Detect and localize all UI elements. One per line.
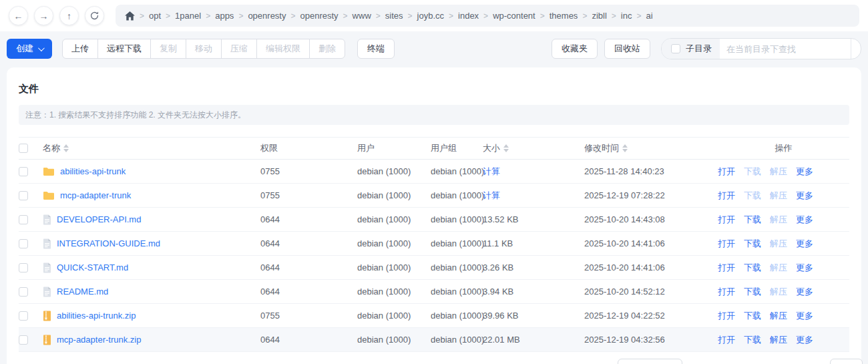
toolbar-group-button[interactable]: 远程下载 bbox=[97, 39, 151, 59]
breadcrumb-segment[interactable]: index bbox=[458, 11, 479, 21]
refresh-button[interactable] bbox=[85, 6, 104, 25]
op-download-link[interactable]: 下载 bbox=[744, 286, 761, 298]
breadcrumb-separator: > bbox=[343, 11, 348, 21]
file-name-link[interactable]: INTEGRATION-GUIDE.md bbox=[57, 238, 160, 248]
op-extract-link[interactable]: 解压 bbox=[770, 310, 787, 322]
back-button[interactable]: ← bbox=[9, 6, 28, 25]
breadcrumb-segment[interactable]: joyb.cc bbox=[417, 11, 444, 21]
op-download-link[interactable]: 下载 bbox=[744, 262, 761, 274]
group-cell: debian (1000) bbox=[431, 287, 483, 297]
breadcrumb-segment[interactable]: ai bbox=[646, 11, 652, 21]
search-input[interactable] bbox=[720, 39, 851, 59]
zip-icon bbox=[43, 311, 51, 321]
file-row: DEVELOPER-API.md0644debian (1000)debian … bbox=[19, 208, 849, 232]
size-calc-link[interactable]: 计算 bbox=[483, 190, 500, 200]
toolbar-group-button[interactable]: 上传 bbox=[62, 39, 98, 59]
row-checkbox[interactable] bbox=[19, 215, 28, 224]
op-more-link[interactable]: 更多 bbox=[796, 262, 813, 274]
page-button[interactable] bbox=[830, 359, 863, 364]
files-panel: 文件 注意：1. 搜索结果不支持排序功能 2. 文件夹无法按大小排序。 名称 权… bbox=[7, 67, 861, 364]
column-header-size[interactable]: 大小 bbox=[483, 142, 584, 154]
op-open-link[interactable]: 打开 bbox=[718, 334, 735, 346]
create-button[interactable]: 创建 bbox=[7, 39, 52, 59]
op-open-link[interactable]: 打开 bbox=[718, 238, 735, 250]
ops-cell: 打开下载解压更多 bbox=[718, 310, 849, 322]
breadcrumb-segment[interactable]: opt bbox=[149, 11, 161, 21]
row-checkbox[interactable] bbox=[19, 263, 28, 272]
op-open-link[interactable]: 打开 bbox=[718, 286, 735, 298]
sort-icon[interactable] bbox=[63, 144, 69, 152]
breadcrumb-segment[interactable]: openresty bbox=[248, 11, 286, 21]
breadcrumb-segment[interactable]: sites bbox=[385, 11, 403, 21]
op-more-link[interactable]: 更多 bbox=[796, 286, 813, 298]
op-more-link[interactable]: 更多 bbox=[796, 334, 813, 346]
op-more-link[interactable]: 更多 bbox=[796, 190, 813, 202]
row-checkbox[interactable] bbox=[19, 311, 28, 321]
op-download-link[interactable]: 下载 bbox=[744, 214, 761, 226]
row-checkbox[interactable] bbox=[19, 167, 28, 176]
op-download-link[interactable]: 下载 bbox=[744, 334, 761, 346]
size-calc-link[interactable]: 计算 bbox=[483, 166, 500, 176]
size-cell: 13.52 KB bbox=[483, 214, 584, 224]
column-header-mtime[interactable]: 修改时间 bbox=[584, 142, 718, 154]
user-cell: debian (1000) bbox=[357, 287, 431, 297]
file-name-link[interactable]: DEVELOPER-API.md bbox=[57, 214, 141, 224]
breadcrumb-segment[interactable]: zibll bbox=[592, 11, 606, 21]
breadcrumb-segment[interactable]: wp-content bbox=[493, 11, 535, 21]
op-open-link[interactable]: 打开 bbox=[718, 310, 735, 322]
forward-icon: → bbox=[39, 11, 49, 21]
sort-icon[interactable] bbox=[503, 144, 509, 152]
op-more-link[interactable]: 更多 bbox=[796, 166, 813, 178]
breadcrumb-segment[interactable]: 1panel bbox=[175, 11, 201, 21]
breadcrumb-segment[interactable]: apps bbox=[215, 11, 234, 21]
file-name-link[interactable]: abilities-api-trunk bbox=[60, 166, 126, 176]
op-more-link[interactable]: 更多 bbox=[796, 238, 813, 250]
recycle-bin-button[interactable]: 回收站 bbox=[604, 39, 650, 59]
column-header-name[interactable]: 名称 bbox=[43, 142, 260, 154]
top-nav-bar: ← → ↑ >opt>1panel>apps>openresty>openres… bbox=[0, 0, 868, 31]
select-all-checkbox[interactable] bbox=[19, 144, 28, 153]
op-open-link[interactable]: 打开 bbox=[718, 166, 735, 178]
op-open-link[interactable]: 打开 bbox=[718, 214, 735, 226]
user-cell: debian (1000) bbox=[357, 190, 431, 200]
file-name-link[interactable]: mcp-adapter-trunk bbox=[60, 190, 131, 200]
breadcrumb-separator: > bbox=[636, 11, 641, 21]
home-icon[interactable] bbox=[125, 11, 135, 21]
file-name-link[interactable]: README.md bbox=[57, 287, 108, 297]
breadcrumb-segment[interactable]: inc bbox=[621, 11, 632, 21]
breadcrumb-segment[interactable]: themes bbox=[550, 11, 578, 21]
ops-cell: 打开下载解压更多 bbox=[718, 166, 849, 178]
op-more-link[interactable]: 更多 bbox=[796, 214, 813, 226]
op-download-link[interactable]: 下载 bbox=[744, 310, 761, 322]
ops-cell: 打开下载解压更多 bbox=[718, 262, 849, 274]
forward-button[interactable]: → bbox=[34, 6, 53, 25]
file-name-link[interactable]: QUICK-START.md bbox=[57, 262, 128, 272]
file-name-link[interactable]: mcp-adapter-trunk.zip bbox=[57, 335, 141, 345]
search-button[interactable] bbox=[851, 39, 861, 59]
row-checkbox[interactable] bbox=[19, 191, 28, 200]
row-checkbox[interactable] bbox=[19, 239, 28, 248]
op-extract-link[interactable]: 解压 bbox=[770, 334, 787, 346]
breadcrumb-segment[interactable]: openresty bbox=[300, 11, 339, 21]
ops-cell: 打开下载解压更多 bbox=[718, 190, 849, 202]
op-download-link[interactable]: 下载 bbox=[744, 238, 761, 250]
op-more-link[interactable]: 更多 bbox=[796, 310, 813, 322]
file-name-link[interactable]: abilities-api-trunk.zip bbox=[57, 311, 136, 321]
search-icon bbox=[861, 43, 862, 54]
op-open-link[interactable]: 打开 bbox=[718, 262, 735, 274]
group-cell: debian (1000) bbox=[431, 238, 483, 248]
subdirectory-checkbox[interactable] bbox=[671, 44, 680, 53]
search-box: 子目录 bbox=[661, 38, 861, 59]
toolbar-group-button: 移动 bbox=[186, 39, 222, 59]
row-checkbox[interactable] bbox=[19, 335, 28, 345]
row-checkbox[interactable] bbox=[19, 287, 28, 297]
favorites-button[interactable]: 收藏夹 bbox=[552, 39, 598, 59]
column-header-ops: 操作 bbox=[718, 142, 849, 154]
op-open-link[interactable]: 打开 bbox=[718, 190, 735, 202]
sort-icon[interactable] bbox=[622, 144, 628, 152]
breadcrumb-segment[interactable]: www bbox=[353, 11, 371, 21]
terminal-button[interactable]: 终端 bbox=[357, 39, 395, 59]
page-size-select[interactable] bbox=[618, 359, 682, 364]
up-button[interactable]: ↑ bbox=[59, 6, 79, 25]
file-row: QUICK-START.md0644debian (1000)debian (1… bbox=[19, 256, 849, 280]
